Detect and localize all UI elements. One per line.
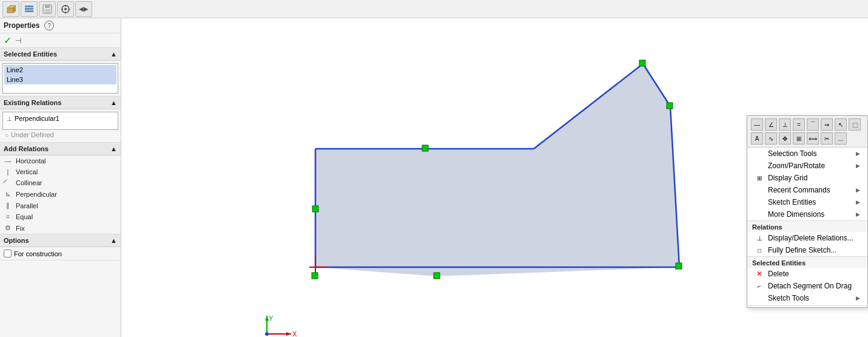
entity-line3[interactable]: Line3 bbox=[4, 75, 116, 84]
pin-button[interactable]: ⊣ bbox=[15, 36, 21, 45]
svg-rect-3 bbox=[25, 5, 33, 7]
handle-bottom-mid bbox=[434, 273, 440, 279]
ctx-section-selected-entities: Selected Entities bbox=[747, 256, 867, 268]
svg-rect-7 bbox=[45, 5, 50, 8]
cube-icon bbox=[6, 4, 16, 14]
fully-define-sketch-icon: □ bbox=[755, 247, 764, 254]
ctx-icon-pan[interactable]: ✥ bbox=[779, 132, 791, 145]
equal-icon: = bbox=[4, 213, 12, 220]
add-collinear-button[interactable]: / Collinear bbox=[0, 177, 121, 188]
ctx-recent-commands[interactable]: Recent Commands bbox=[747, 184, 867, 196]
ctx-display-grid[interactable]: ⊞ Display Grid bbox=[747, 172, 867, 184]
properties-header: Properties ? bbox=[0, 18, 121, 33]
entity-line2[interactable]: Line2 bbox=[4, 65, 116, 75]
props-toolbar: ✓ ⊣ bbox=[0, 33, 121, 48]
ctx-icon-text[interactable]: A bbox=[751, 132, 763, 145]
list-icon bbox=[24, 4, 34, 14]
canvas-area[interactable]: Y X — ∠ ⊥ = ⌒ ⇒ ↖ ⬚ A ∿ bbox=[121, 18, 868, 337]
selected-entities-header[interactable]: Selected Entities ▲ bbox=[0, 48, 121, 61]
context-menu-icons-row: — ∠ ⊥ = ⌒ ⇒ ↖ ⬚ A ∿ ✥ ⊞ ⟺ ✂ ... bbox=[747, 116, 867, 148]
add-relations-content: — Horizontal | Vertical / Collinear ⊾ Pe… bbox=[0, 155, 121, 234]
display-delete-relations-icon: ⊥ bbox=[755, 235, 764, 242]
ctx-sketch-tools-label: Sketch Tools bbox=[768, 294, 809, 302]
equal-label: Equal bbox=[16, 213, 33, 220]
svg-text:Y: Y bbox=[269, 315, 274, 322]
context-menu: — ∠ ⊥ = ⌒ ⇒ ↖ ⬚ A ∿ ✥ ⊞ ⟺ ✂ ... Selectio… bbox=[747, 115, 868, 308]
svg-rect-0 bbox=[7, 8, 13, 13]
add-relations-header[interactable]: Add Relations ▲ bbox=[0, 143, 121, 155]
ctx-icon-sel[interactable]: ↖ bbox=[835, 118, 847, 131]
ctx-display-delete-relations[interactable]: ⊥ Display/Delete Relations... bbox=[747, 232, 867, 244]
add-vertical-button[interactable]: | Vertical bbox=[0, 166, 121, 177]
confirm-button[interactable]: ✓ bbox=[4, 35, 12, 46]
relations-list: ⊥ Perpendicular1 bbox=[2, 112, 118, 130]
options-section: Options ▲ For construction bbox=[0, 234, 121, 260]
ctx-icon-line[interactable]: — bbox=[751, 118, 763, 131]
ctx-icon-mirror[interactable]: ⟺ bbox=[807, 132, 819, 145]
existing-relations-header[interactable]: Existing Relations ▲ bbox=[0, 97, 121, 109]
save-button[interactable] bbox=[39, 1, 56, 17]
ctx-icon-zoom[interactable]: ⊞ bbox=[793, 132, 805, 145]
top-toolbar: ◀▶ bbox=[0, 0, 868, 18]
entity-list: Line2 Line3 bbox=[2, 63, 118, 94]
help-button[interactable]: ? bbox=[44, 21, 54, 30]
horizontal-label: Horizontal bbox=[16, 157, 46, 165]
for-construction-item: For construction bbox=[0, 247, 121, 260]
handle-bottom-left bbox=[312, 273, 318, 279]
ctx-recent-commands-label: Recent Commands bbox=[768, 186, 830, 194]
ctx-section-relations: Relations bbox=[747, 220, 867, 232]
ctx-icon-perp[interactable]: ⊥ bbox=[779, 118, 791, 131]
add-horizontal-button[interactable]: — Horizontal bbox=[0, 155, 121, 166]
perp-add-icon: ⊾ bbox=[4, 190, 12, 198]
selected-entities-content: Line2 Line3 bbox=[0, 61, 121, 96]
options-header[interactable]: Options ▲ bbox=[0, 234, 121, 247]
ctx-icon-arc[interactable]: ⌒ bbox=[807, 118, 819, 131]
relation-label: Perpendicular1 bbox=[15, 115, 59, 122]
display-grid-icon: ⊞ bbox=[755, 175, 764, 182]
ctx-selection-tools[interactable]: Selection Tools bbox=[747, 148, 867, 160]
ctx-more-dimensions[interactable]: More Dimensions bbox=[747, 208, 867, 220]
ctx-sketch-entities[interactable]: Sketch Entities bbox=[747, 196, 867, 208]
properties-title: Properties bbox=[4, 21, 39, 30]
list-button[interactable] bbox=[21, 1, 38, 17]
existing-relations-content: ⊥ Perpendicular1 ○ Under Defined bbox=[0, 109, 121, 142]
cube-button[interactable] bbox=[2, 1, 19, 17]
relation-perpendicular1[interactable]: ⊥ Perpendicular1 bbox=[4, 114, 116, 123]
target-icon bbox=[61, 4, 70, 14]
ctx-icon-arr[interactable]: ⇒ bbox=[821, 118, 833, 131]
selected-entities-section: Selected Entities ▲ Line2 Line3 bbox=[0, 48, 121, 97]
for-construction-label: For construction bbox=[14, 250, 62, 257]
for-construction-checkbox[interactable] bbox=[4, 250, 12, 257]
ctx-delete[interactable]: ✕ Delete bbox=[747, 268, 867, 280]
ctx-icon-trim[interactable]: ✂ bbox=[821, 132, 833, 145]
ctx-detach-segment[interactable]: ⌐ Detach Segment On Drag bbox=[747, 280, 867, 292]
svg-rect-4 bbox=[25, 8, 33, 10]
existing-relations-section: Existing Relations ▲ ⊥ Perpendicular1 ○ … bbox=[0, 97, 121, 143]
collinear-label: Collinear bbox=[16, 179, 42, 186]
ctx-display-delete-label: Display/Delete Relations... bbox=[768, 234, 853, 242]
horizontal-icon: — bbox=[4, 157, 12, 165]
add-equal-button[interactable]: = Equal bbox=[0, 211, 121, 222]
ctx-zoom-pan[interactable]: Zoom/Pan/Rotate bbox=[747, 160, 867, 172]
ctx-fully-define-sketch[interactable]: □ Fully Define Sketch... bbox=[747, 244, 867, 256]
under-defined-status: ○ Under Defined bbox=[2, 130, 118, 140]
svg-point-22 bbox=[265, 332, 269, 336]
ctx-display-grid-label: Display Grid bbox=[768, 174, 807, 182]
ctx-icon-more[interactable]: ... bbox=[835, 132, 847, 145]
existing-relations-collapse-icon: ▲ bbox=[110, 99, 117, 106]
left-panel: Properties ? ✓ ⊣ Selected Entities ▲ Lin… bbox=[0, 18, 121, 337]
ctx-icon-eq[interactable]: = bbox=[793, 118, 805, 131]
main-layout: Properties ? ✓ ⊣ Selected Entities ▲ Lin… bbox=[0, 18, 868, 337]
svg-rect-8 bbox=[44, 9, 50, 13]
ctx-icon-angle[interactable]: ∠ bbox=[765, 118, 777, 131]
ctx-sketch-tools[interactable]: Sketch Tools bbox=[747, 292, 867, 304]
expand-button[interactable]: ◀▶ bbox=[75, 1, 92, 17]
add-fix-button[interactable]: ⚙ Fix bbox=[0, 222, 121, 234]
save-icon bbox=[42, 4, 52, 14]
ctx-icon-spline[interactable]: ∿ bbox=[765, 132, 777, 145]
add-parallel-button[interactable]: ∥ Parallel bbox=[0, 200, 121, 211]
handle-bottom-right bbox=[676, 263, 682, 269]
ctx-icon-box[interactable]: ⬚ bbox=[849, 118, 861, 131]
target-button[interactable] bbox=[57, 1, 74, 17]
add-perpendicular-button[interactable]: ⊾ Perpendicular bbox=[0, 188, 121, 200]
